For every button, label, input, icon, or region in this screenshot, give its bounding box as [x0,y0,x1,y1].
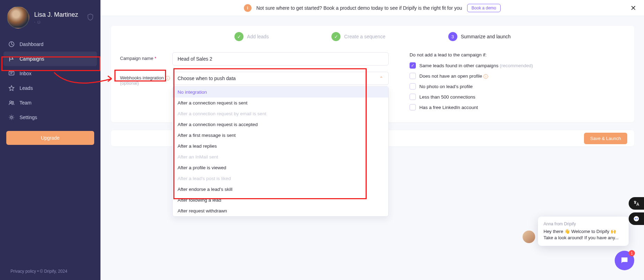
chevron-up-icon: ⌃ [379,76,383,81]
sidebar: Lisa J. Martinez · □ Dashboard Campaigns… [0,0,100,280]
campaign-name-label: Campaign name * [120,52,172,61]
webhook-row: Webhooks integrationi (optional) Choose … [120,72,389,86]
dropdown-option[interactable]: After endorse a lead's skill [173,184,388,195]
step-create-sequence[interactable]: ✓ Create a sequence [331,32,385,41]
profile-block: Lisa J. Martinez · □ [0,0,100,37]
svg-point-7 [637,218,638,219]
dropdown-option[interactable]: After a connection request is sent [173,98,388,108]
step-label: Create a sequence [344,34,385,39]
sidebar-item-campaigns[interactable]: Campaigns [3,52,97,66]
inbox-icon [8,70,15,77]
footer-sep: • [36,269,40,274]
sidebar-item-settings[interactable]: Settings [3,110,97,125]
exclude-same-leads[interactable]: ✓ Same leads found in other campaigns (r… [410,62,625,69]
step-summarize-launch[interactable]: 3 Summarize and launch [448,32,511,41]
exclude-low-connections[interactable]: Less than 500 connections [410,94,625,100]
step-label: Summarize and launch [461,34,511,39]
sidebar-item-team[interactable]: Team [3,95,97,110]
exclude-no-open-profile[interactable]: Does not have an open profilei [410,73,625,79]
webhook-select-head[interactable]: Choose when to push data ⌃ [172,72,389,85]
chat-icon [620,256,629,265]
exclude-no-photo[interactable]: No photo on lead's profile [410,83,625,90]
demo-banner: i Not sure where to get started? Book a … [100,0,644,16]
dropdown-option[interactable]: After a connection request is accepted [173,119,388,130]
webhook-label: Webhooks integrationi (optional) [120,72,172,86]
chat-message: Hey there 👋 Welcome to Dripify 🙌 Take a … [544,228,623,241]
svg-point-4 [10,116,12,118]
dropdown-option: After a connection request by email is s… [173,108,388,119]
nav-label: Team [20,100,31,106]
dropdown-option[interactable]: After a profile is viewed [173,162,388,173]
nav-list: Dashboard Campaigns Inbox Leads Team Set… [0,37,100,125]
svg-point-3 [12,101,14,103]
checkbox-icon[interactable] [410,104,416,110]
sidebar-item-inbox[interactable]: Inbox [3,66,97,81]
webhook-dropdown: No integrationAfter a connection request… [172,86,389,217]
svg-point-2 [10,101,12,103]
form-body: Campaign name * Webhooks integrationi (o… [120,47,625,115]
step-add-leads[interactable]: ✓ Add leads [234,32,269,41]
nav-label: Dashboard [20,41,44,47]
exclusion-title: Do not add a lead to the campaign if: [410,52,625,57]
check-label: Does not have an open profilei [419,73,488,79]
dashboard-icon [8,41,15,47]
chat-sender: Anna from Dripify [544,221,623,226]
privacy-link[interactable]: Privacy policy [10,269,36,274]
dropdown-option: After an InMail sent [173,151,388,162]
checkbox-icon[interactable] [410,73,416,79]
check-icon: ✓ [234,32,244,41]
nav-label: Leads [20,85,33,91]
campaign-name-row: Campaign name * [120,52,389,65]
banner-text: Not sure where to get started? Book a pr… [256,5,462,11]
float-widget-assistant[interactable] [629,212,644,225]
dropdown-option[interactable]: After a first message is sent [173,130,388,141]
user-name: Lisa J. Martinez [34,11,78,18]
campaign-name-input[interactable] [172,52,389,65]
sidebar-item-leads[interactable]: Leads [3,81,97,95]
close-icon[interactable]: ✕ [630,4,636,12]
svg-point-6 [635,218,636,219]
flag-icon [8,56,15,62]
exclude-free-account[interactable]: Has a free LinkedIn account [410,104,625,110]
dropdown-option[interactable]: After a lead replies [173,141,388,151]
form-left-col: Campaign name * Webhooks integrationi (o… [120,52,389,115]
wizard-steps: ✓ Add leads ✓ Create a sequence 3 Summar… [120,32,625,41]
dropdown-option[interactable]: No integration [173,87,388,98]
dropdown-option[interactable]: After following a lead [173,195,388,205]
svg-rect-1 [9,71,14,75]
gear-icon [8,114,15,120]
team-icon [8,100,15,106]
nav-label: Campaigns [20,56,44,62]
chat-unread-badge: 1 [629,250,635,256]
info-icon[interactable]: i [165,76,170,80]
sidebar-footer: Privacy policy • © Dripify, 2024 [0,263,100,280]
float-widget-translate[interactable] [629,197,644,210]
upgrade-button[interactable]: Upgrade [6,131,94,145]
info-icon[interactable]: i [484,74,488,79]
save-launch-button[interactable]: Save & Launch [584,133,627,144]
copyright: © Dripify, 2024 [40,269,67,274]
campaign-wizard-card: ✓ Add leads ✓ Create a sequence 3 Summar… [111,26,634,122]
checkbox-icon[interactable] [410,83,416,90]
webhook-select: Choose when to push data ⌃ No integratio… [172,72,389,85]
checkbox-icon[interactable]: ✓ [410,62,416,69]
bot-icon [633,215,640,222]
nav-label: Settings [20,115,37,120]
check-label: Less than 500 connections [419,94,475,100]
select-placeholder: Choose when to push data [178,76,236,81]
exclusion-rules: Do not add a lead to the campaign if: ✓ … [410,52,625,115]
chat-launcher-button[interactable]: 1 [615,251,634,270]
user-subtitle: · □ [34,20,78,24]
check-label: No photo on lead's profile [419,84,473,89]
info-icon: i [244,4,252,12]
chat-popup[interactable]: Anna from Dripify Hey there 👋 Welcome to… [538,217,629,246]
nav-label: Inbox [20,71,31,76]
dropdown-option: After a lead's post is liked [173,173,388,184]
sidebar-item-dashboard[interactable]: Dashboard [3,37,97,52]
checkbox-icon[interactable] [410,94,416,100]
check-label: Has a free LinkedIn account [419,105,478,110]
book-demo-button[interactable]: Book a demo [467,4,501,12]
user-avatar[interactable] [7,6,29,29]
chat-avatar [523,231,535,243]
dropdown-option[interactable]: After request withdrawn [173,205,388,216]
